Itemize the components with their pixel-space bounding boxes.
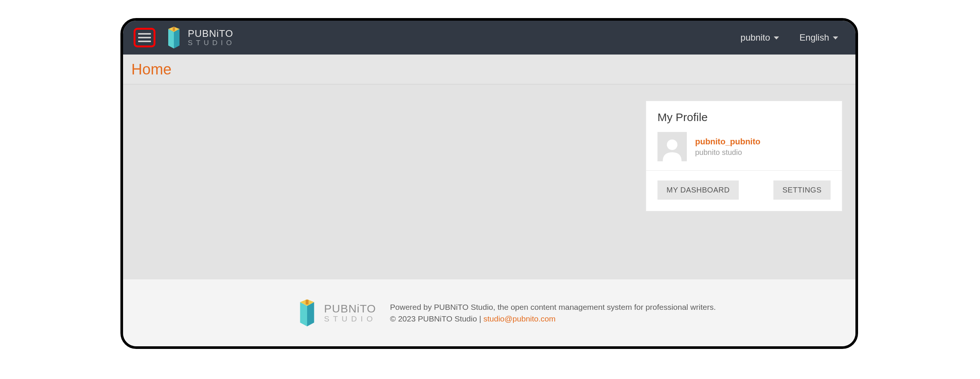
- chevron-down-icon: [833, 36, 838, 40]
- brand-logo-icon: [165, 27, 183, 49]
- brand-text: PUBNiTO STUDIO: [188, 29, 235, 46]
- svg-marker-0: [168, 29, 174, 49]
- footer-email-link[interactable]: studio@pubnito.com: [484, 314, 556, 323]
- brand-title: PUBNiTO: [188, 29, 235, 39]
- hamburger-menu-button[interactable]: [134, 28, 156, 48]
- page-title: Home: [131, 61, 172, 78]
- settings-button[interactable]: SETTINGS: [773, 181, 830, 200]
- navbar: PUBNiTO STUDIO pubnito English: [123, 21, 856, 54]
- profile-username-link[interactable]: pubnito_pubnito: [695, 137, 760, 147]
- footer-text: Powered by PUBNiTO Studio, the open cont…: [390, 301, 716, 325]
- footer-brand-title: PUBNiTO: [324, 303, 376, 315]
- brand-subtitle: STUDIO: [188, 39, 235, 47]
- profile-meta: pubnito_pubnito pubnito studio: [695, 137, 760, 157]
- avatar: [657, 132, 687, 161]
- user-menu[interactable]: pubnito: [734, 29, 786, 46]
- svg-marker-1: [174, 29, 180, 49]
- page-title-bar: Home: [123, 54, 856, 85]
- brand[interactable]: PUBNiTO STUDIO: [165, 27, 235, 49]
- app-window: PUBNiTO STUDIO pubnito English Home My P…: [121, 18, 858, 349]
- chevron-down-icon: [774, 36, 779, 40]
- footer-powered-by: Powered by PUBNiTO Studio, the open cont…: [390, 301, 716, 313]
- svg-marker-5: [300, 302, 307, 327]
- footer-brand: PUBNiTO STUDIO: [296, 299, 376, 327]
- svg-rect-8: [305, 300, 308, 304]
- svg-rect-3: [173, 27, 175, 31]
- profile-card: My Profile pubnito_pubnito pubnito studi…: [646, 101, 842, 211]
- footer-brand-subtitle: STUDIO: [324, 315, 376, 323]
- language-menu[interactable]: English: [792, 29, 845, 46]
- user-menu-label: pubnito: [741, 32, 770, 43]
- footer-logo-icon: [296, 299, 318, 327]
- footer-copyright: © 2023 PUBNiTO Studio |: [390, 314, 483, 323]
- avatar-placeholder-icon: [659, 135, 685, 161]
- profile-actions: MY DASHBOARD SETTINGS: [657, 181, 830, 200]
- my-dashboard-button[interactable]: MY DASHBOARD: [657, 181, 739, 200]
- hamburger-icon: [138, 33, 151, 42]
- svg-point-4: [667, 140, 678, 150]
- language-menu-label: English: [799, 32, 829, 43]
- svg-marker-6: [307, 302, 314, 327]
- footer: PUBNiTO STUDIO Powered by PUBNiTO Studio…: [123, 279, 856, 346]
- content-area: My Profile pubnito_pubnito pubnito studi…: [123, 85, 856, 279]
- profile-org: pubnito studio: [695, 148, 760, 157]
- profile-card-title: My Profile: [657, 111, 830, 124]
- profile-row: pubnito_pubnito pubnito studio: [646, 132, 842, 171]
